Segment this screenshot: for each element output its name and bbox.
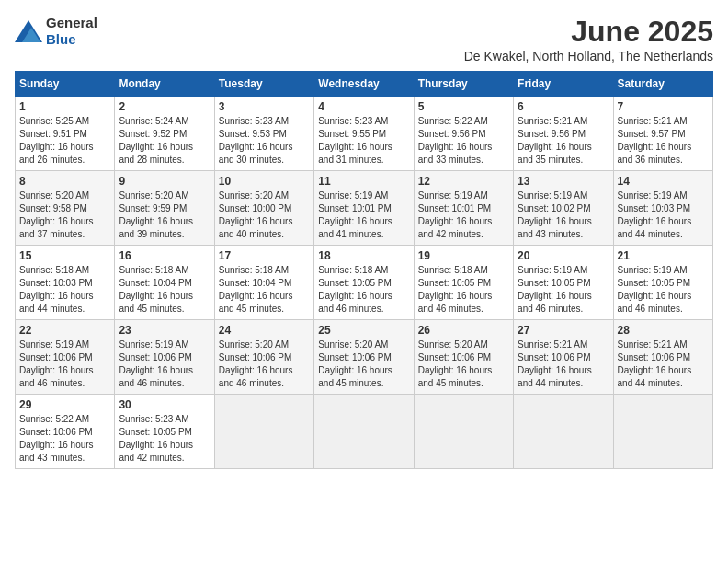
day-cell-16: 16 Sunrise: 5:18 AMSunset: 10:04 PMDayli…: [115, 246, 214, 320]
month-title: June 2025: [464, 15, 713, 49]
day-cell-12: 12 Sunrise: 5:19 AMSunset: 10:01 PMDayli…: [414, 171, 513, 246]
col-wednesday: Wednesday: [314, 72, 414, 97]
day-number: 13: [518, 175, 609, 188]
day-cell-13: 13 Sunrise: 5:19 AMSunset: 10:02 PMDayli…: [514, 171, 613, 246]
day-info: Sunrise: 5:18 AMSunset: 10:05 PMDaylight…: [418, 264, 509, 316]
day-number: 1: [19, 100, 110, 113]
logo-blue-text: Blue: [46, 31, 76, 47]
day-cell-14: 14 Sunrise: 5:19 AMSunset: 10:03 PMDayli…: [613, 171, 712, 246]
day-info: Sunrise: 5:20 AMSunset: 10:06 PMDaylight…: [418, 339, 509, 390]
day-cell-22: 22 Sunrise: 5:19 AMSunset: 10:06 PMDayli…: [16, 320, 115, 395]
day-number: 25: [318, 324, 409, 337]
day-info: Sunrise: 5:19 AMSunset: 10:06 PMDaylight…: [19, 339, 110, 390]
day-cell-1: 1 Sunrise: 5:25 AMSunset: 9:51 PMDayligh…: [16, 97, 115, 171]
day-cell-15: 15 Sunrise: 5:18 AMSunset: 10:03 PMDayli…: [16, 246, 115, 320]
day-number: 21: [618, 249, 709, 262]
calendar-header-row: Sunday Monday Tuesday Wednesday Thursday…: [16, 72, 713, 97]
day-cell-2: 2 Sunrise: 5:24 AMSunset: 9:52 PMDayligh…: [115, 97, 214, 171]
empty-cell: [514, 395, 613, 469]
day-number: 17: [219, 249, 310, 262]
day-info: Sunrise: 5:20 AMSunset: 10:06 PMDaylight…: [318, 339, 409, 390]
logo: General Blue: [15, 15, 97, 48]
empty-cell: [214, 395, 313, 469]
week-row-3: 15 Sunrise: 5:18 AMSunset: 10:03 PMDayli…: [16, 246, 713, 320]
header: General Blue June 2025 De Kwakel, North …: [15, 15, 713, 63]
day-cell-3: 3 Sunrise: 5:23 AMSunset: 9:53 PMDayligh…: [214, 97, 313, 171]
day-cell-30: 30 Sunrise: 5:23 AMSunset: 10:05 PMDayli…: [115, 395, 214, 469]
day-info: Sunrise: 5:21 AMSunset: 10:06 PMDaylight…: [518, 339, 609, 390]
day-info: Sunrise: 5:21 AMSunset: 9:57 PMDaylight:…: [618, 115, 709, 167]
week-row-4: 22 Sunrise: 5:19 AMSunset: 10:06 PMDayli…: [16, 320, 713, 395]
col-sunday: Sunday: [16, 72, 115, 97]
location-subtitle: De Kwakel, North Holland, The Netherland…: [464, 49, 713, 63]
day-number: 27: [518, 324, 609, 337]
day-cell-4: 4 Sunrise: 5:23 AMSunset: 9:55 PMDayligh…: [314, 97, 414, 171]
day-number: 19: [418, 249, 509, 262]
day-cell-6: 6 Sunrise: 5:21 AMSunset: 9:56 PMDayligh…: [514, 97, 613, 171]
day-number: 15: [19, 249, 110, 262]
calendar-table: Sunday Monday Tuesday Wednesday Thursday…: [15, 71, 713, 469]
col-tuesday: Tuesday: [214, 72, 313, 97]
day-info: Sunrise: 5:20 AMSunset: 10:00 PMDaylight…: [219, 190, 310, 241]
day-info: Sunrise: 5:19 AMSunset: 10:06 PMDaylight…: [119, 339, 210, 390]
day-cell-19: 19 Sunrise: 5:18 AMSunset: 10:05 PMDayli…: [414, 246, 513, 320]
day-number: 11: [318, 175, 409, 188]
day-number: 12: [418, 175, 509, 188]
day-number: 23: [119, 324, 210, 337]
day-cell-7: 7 Sunrise: 5:21 AMSunset: 9:57 PMDayligh…: [613, 97, 712, 171]
day-number: 8: [19, 175, 110, 188]
day-number: 5: [418, 100, 509, 113]
day-info: Sunrise: 5:18 AMSunset: 10:04 PMDaylight…: [119, 264, 210, 316]
day-info: Sunrise: 5:18 AMSunset: 10:05 PMDaylight…: [318, 264, 409, 316]
day-number: 7: [618, 100, 709, 113]
day-number: 22: [19, 324, 110, 337]
day-info: Sunrise: 5:21 AMSunset: 10:06 PMDaylight…: [618, 339, 709, 390]
day-cell-20: 20 Sunrise: 5:19 AMSunset: 10:05 PMDayli…: [514, 246, 613, 320]
day-cell-24: 24 Sunrise: 5:20 AMSunset: 10:06 PMDayli…: [214, 320, 313, 395]
col-saturday: Saturday: [613, 72, 712, 97]
logo-general-text: General: [46, 15, 97, 30]
day-cell-21: 21 Sunrise: 5:19 AMSunset: 10:05 PMDayli…: [613, 246, 712, 320]
day-info: Sunrise: 5:21 AMSunset: 9:56 PMDaylight:…: [518, 115, 609, 167]
title-block: June 2025 De Kwakel, North Holland, The …: [464, 15, 713, 63]
col-monday: Monday: [115, 72, 214, 97]
day-number: 6: [518, 100, 609, 113]
day-cell-26: 26 Sunrise: 5:20 AMSunset: 10:06 PMDayli…: [414, 320, 513, 395]
week-row-1: 1 Sunrise: 5:25 AMSunset: 9:51 PMDayligh…: [16, 97, 713, 171]
day-cell-18: 18 Sunrise: 5:18 AMSunset: 10:05 PMDayli…: [314, 246, 414, 320]
day-number: 26: [418, 324, 509, 337]
day-info: Sunrise: 5:19 AMSunset: 10:03 PMDaylight…: [618, 190, 709, 241]
day-info: Sunrise: 5:20 AMSunset: 10:06 PMDaylight…: [219, 339, 310, 390]
empty-cell: [314, 395, 414, 469]
day-info: Sunrise: 5:18 AMSunset: 10:04 PMDaylight…: [219, 264, 310, 316]
day-number: 14: [618, 175, 709, 188]
day-cell-25: 25 Sunrise: 5:20 AMSunset: 10:06 PMDayli…: [314, 320, 414, 395]
col-thursday: Thursday: [414, 72, 513, 97]
day-info: Sunrise: 5:23 AMSunset: 9:55 PMDaylight:…: [318, 115, 409, 167]
week-row-5: 29 Sunrise: 5:22 AMSunset: 10:06 PMDayli…: [16, 395, 713, 469]
day-cell-28: 28 Sunrise: 5:21 AMSunset: 10:06 PMDayli…: [613, 320, 712, 395]
day-info: Sunrise: 5:18 AMSunset: 10:03 PMDaylight…: [19, 264, 110, 316]
logo-icon: [15, 20, 42, 42]
day-cell-5: 5 Sunrise: 5:22 AMSunset: 9:56 PMDayligh…: [414, 97, 513, 171]
week-row-2: 8 Sunrise: 5:20 AMSunset: 9:58 PMDayligh…: [16, 171, 713, 246]
empty-cell: [414, 395, 513, 469]
day-info: Sunrise: 5:24 AMSunset: 9:52 PMDaylight:…: [119, 115, 210, 167]
day-number: 4: [318, 100, 409, 113]
day-info: Sunrise: 5:23 AMSunset: 9:53 PMDaylight:…: [219, 115, 310, 167]
day-number: 3: [219, 100, 310, 113]
day-number: 28: [618, 324, 709, 337]
day-info: Sunrise: 5:19 AMSunset: 10:01 PMDaylight…: [318, 190, 409, 241]
day-info: Sunrise: 5:19 AMSunset: 10:02 PMDaylight…: [518, 190, 609, 241]
day-number: 30: [119, 398, 210, 411]
day-info: Sunrise: 5:25 AMSunset: 9:51 PMDaylight:…: [19, 115, 110, 167]
day-cell-10: 10 Sunrise: 5:20 AMSunset: 10:00 PMDayli…: [214, 171, 313, 246]
day-cell-9: 9 Sunrise: 5:20 AMSunset: 9:59 PMDayligh…: [115, 171, 214, 246]
day-info: Sunrise: 5:23 AMSunset: 10:05 PMDaylight…: [119, 413, 210, 465]
day-number: 24: [219, 324, 310, 337]
day-info: Sunrise: 5:22 AMSunset: 9:56 PMDaylight:…: [418, 115, 509, 167]
day-cell-17: 17 Sunrise: 5:18 AMSunset: 10:04 PMDayli…: [214, 246, 313, 320]
day-info: Sunrise: 5:22 AMSunset: 10:06 PMDaylight…: [19, 413, 110, 465]
day-number: 18: [318, 249, 409, 262]
col-friday: Friday: [514, 72, 613, 97]
